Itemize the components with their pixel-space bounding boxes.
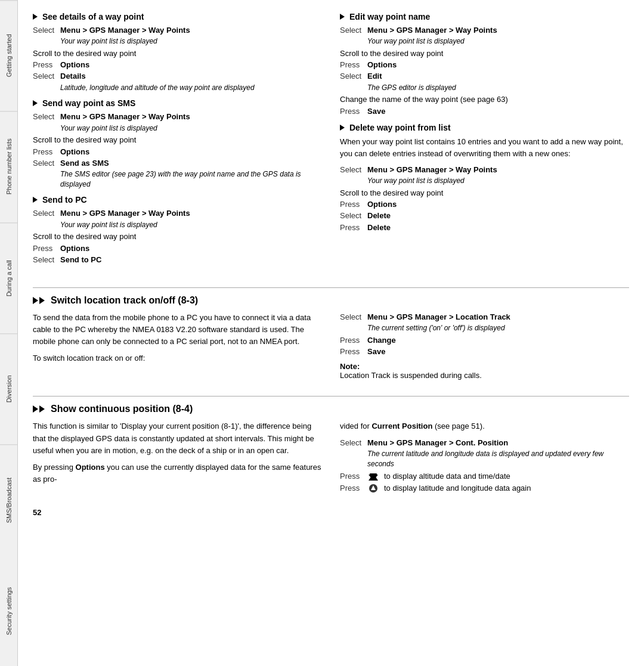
send-sms-step1: Select Menu > GPS Manager > Way Points xyxy=(33,111,322,122)
switch-location-note-block: Note: Location Track is suspended during… xyxy=(340,362,629,380)
edit-name-step2: Scroll to the desired way point xyxy=(340,48,629,59)
show-position-step3: Press to display latitude and longitude … xyxy=(340,483,629,494)
edit-name-note1: Your way point list is displayed xyxy=(367,36,629,47)
see-details-step2: Scroll to the desired way point xyxy=(33,48,322,59)
show-position-heading: Show continuous position (8-4) xyxy=(33,404,629,414)
send-sms-step2: Scroll to the desired way point xyxy=(33,135,322,145)
sidebar-tab-getting-started[interactable]: Getting started xyxy=(0,0,17,111)
edit-name-step3: Press Options xyxy=(340,60,629,70)
switch-location-section: Switch location track on/off (8-3) To se… xyxy=(33,295,629,380)
switch-location-body-text2: To switch location track on or off: xyxy=(33,352,322,364)
see-details-step4: Select Details xyxy=(33,71,322,82)
sidebar: Getting started Phone number lists Durin… xyxy=(0,0,18,666)
see-details-section: See details of a way point Select Menu >… xyxy=(33,12,322,92)
send-sms-note1: Your way point list is displayed xyxy=(60,123,322,134)
sidebar-tab-security-settings[interactable]: Security settings xyxy=(0,556,17,666)
send-pc-section: Send to PC Select Menu > GPS Manager > W… xyxy=(33,195,322,265)
divider-2 xyxy=(33,396,629,396)
send-pc-step4: Select Send to PC xyxy=(33,255,322,265)
sidebar-tab-diversion[interactable]: Diversion xyxy=(0,333,17,444)
triangle-icon-3 xyxy=(33,197,38,203)
edit-name-note2: The GPS editor is displayed xyxy=(367,83,629,93)
switch-location-body-text: To send the data from the mobile phone t… xyxy=(33,312,322,348)
show-position-body-text2: By pressing Options you can use the curr… xyxy=(33,461,322,485)
switch-location-body: To send the data from the mobile phone t… xyxy=(33,312,629,380)
see-details-note2: Latitude, longitude and altitude of the … xyxy=(60,83,322,93)
delete-waypoint-intro: When your way point list contains 10 ent… xyxy=(340,136,629,160)
send-sms-step4: Select Send as SMS xyxy=(33,158,322,169)
edit-name-section: Edit way point name Select Menu > GPS Ma… xyxy=(340,12,629,117)
send-pc-heading: Send to PC xyxy=(33,195,322,205)
send-pc-note1: Your way point list is displayed xyxy=(60,220,322,230)
delete-waypoint-note1: Your way point list is displayed xyxy=(367,176,629,186)
triangle-icon-2 xyxy=(33,100,38,106)
up-arrow-icon xyxy=(367,483,379,494)
show-position-right-text: vided for Current Position (see page 51)… xyxy=(340,420,629,432)
switch-location-step2: Press Change xyxy=(340,335,629,346)
show-position-note1: The current latitude and longitude data … xyxy=(367,449,629,469)
switch-location-right: Select Menu > GPS Manager > Location Tra… xyxy=(340,312,629,380)
triangle-icon-5 xyxy=(340,125,345,131)
show-position-body: This function is similar to 'Display you… xyxy=(33,420,629,494)
show-position-right: vided for Current Position (see page 51)… xyxy=(340,420,629,494)
delete-waypoint-step1: Select Menu > GPS Manager > Way Points xyxy=(340,165,629,175)
delete-waypoint-section: Delete way point from list When your way… xyxy=(340,123,629,233)
edit-name-step5: Change the name of the way point (see pa… xyxy=(340,94,629,105)
divider-1 xyxy=(33,287,629,288)
delete-waypoint-step5: Press Delete xyxy=(340,222,629,233)
double-triangle-icon xyxy=(33,297,45,304)
edit-name-step6: Press Save xyxy=(340,106,629,117)
triangle-icon xyxy=(33,14,38,20)
switch-location-left: To send the data from the mobile phone t… xyxy=(33,312,322,380)
down-arrow-icon xyxy=(367,471,379,482)
send-pc-step2: Scroll to the desired way point xyxy=(33,231,322,242)
page-number: 52 xyxy=(33,508,629,517)
delete-waypoint-step2: Scroll to the desired way point xyxy=(340,188,629,199)
show-position-step1: Select Menu > GPS Manager > Cont. Positi… xyxy=(340,438,629,448)
switch-location-note1: The current setting ('on' or 'off') is d… xyxy=(367,323,629,333)
sidebar-tab-sms-broadcast[interactable]: SMS/Broadcast xyxy=(0,444,17,555)
edit-name-step4: Select Edit xyxy=(340,71,629,82)
edit-name-heading: Edit way point name xyxy=(340,12,629,21)
send-pc-step3: Press Options xyxy=(33,243,322,254)
double-triangle-icon-2 xyxy=(33,405,45,413)
show-position-body-text: This function is similar to 'Display you… xyxy=(33,420,322,456)
delete-waypoint-step3: Press Options xyxy=(340,199,629,210)
switch-location-step1: Select Menu > GPS Manager > Location Tra… xyxy=(340,312,629,323)
main-content: See details of a way point Select Menu >… xyxy=(18,0,644,666)
left-column: See details of a way point Select Menu >… xyxy=(33,12,322,271)
switch-location-heading: Switch location track on/off (8-3) xyxy=(33,295,629,306)
show-position-step2: Press to display altitude data and time/… xyxy=(340,471,629,482)
delete-waypoint-step4: Select Delete xyxy=(340,210,629,221)
see-details-step3: Press Options xyxy=(33,60,322,70)
show-position-section: Show continuous position (8-4) This func… xyxy=(33,404,629,494)
see-details-step1: Select Menu > GPS Manager > Way Points xyxy=(33,25,322,36)
top-section: See details of a way point Select Menu >… xyxy=(33,12,629,271)
edit-name-step1: Select Menu > GPS Manager > Way Points xyxy=(340,25,629,36)
switch-location-step3: Press Save xyxy=(340,346,629,357)
see-details-note1: Your way point list is displayed xyxy=(60,36,322,47)
send-pc-step1: Select Menu > GPS Manager > Way Points xyxy=(33,208,322,219)
delete-waypoint-heading: Delete way point from list xyxy=(340,123,629,132)
send-sms-note2: The SMS editor (see page 23) with the wa… xyxy=(60,169,322,190)
see-details-heading: See details of a way point xyxy=(33,12,322,21)
sidebar-tab-phone-number-lists[interactable]: Phone number lists xyxy=(0,111,17,222)
send-sms-step3: Press Options xyxy=(33,147,322,157)
triangle-icon-4 xyxy=(340,14,345,20)
right-column: Edit way point name Select Menu > GPS Ma… xyxy=(340,12,629,271)
send-sms-section: Send way point as SMS Select Menu > GPS … xyxy=(33,98,322,189)
sidebar-tab-during-a-call[interactable]: During a call xyxy=(0,222,17,333)
show-position-left: This function is similar to 'Display you… xyxy=(33,420,322,494)
send-sms-heading: Send way point as SMS xyxy=(33,98,322,108)
